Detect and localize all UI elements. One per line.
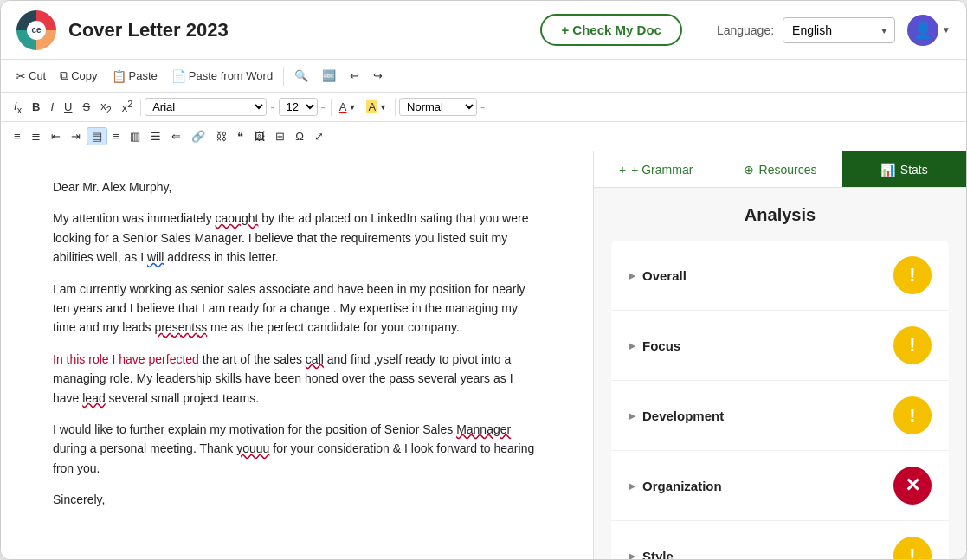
redo-icon: ↪ [373,69,383,82]
paste-label: Paste [129,69,158,82]
font-size-dash2: - [321,100,326,115]
redo-button[interactable]: ↪ [367,67,389,85]
paragraph1: My attention was immediately caought by … [53,209,541,267]
table-icon: ⊞ [275,130,285,143]
organization-status: ✕ [893,467,932,505]
focus-label[interactable]: Focus [629,338,680,353]
fullscreen-icon: ⤢ [314,130,324,143]
quote-button[interactable]: ❝ [233,128,248,145]
unlink-button[interactable]: ⛓ [211,128,231,145]
align-left-icon: ▤ [92,130,102,143]
indent-less-button[interactable]: ⇤ [47,128,65,145]
ordered-list-button[interactable]: ≡ [10,128,25,145]
overall-label[interactable]: Overall [629,268,687,283]
align-justify-icon: ☰ [151,130,161,143]
font-size-select[interactable]: 10 11 12 14 16 [279,98,318,116]
cut-button[interactable]: ✂ Cut [10,67,52,86]
user-menu-button[interactable]: 👤 [907,15,938,46]
align-right-icon: ▥ [130,130,140,143]
paste-button[interactable]: 📋 Paste [106,67,164,86]
error-call: call [306,352,324,366]
image-button[interactable]: 🖼 [249,128,269,145]
align-justify-button[interactable]: ☰ [146,128,165,145]
font-color-button[interactable]: A ▼ [335,99,361,115]
editor-area[interactable]: Dear Mr. Alex Murphy, My attention was i… [1,151,594,559]
link-button[interactable]: 🔗 [187,128,210,145]
highlight-button[interactable]: A ▼ [362,99,391,115]
highlight-chevron: ▼ [379,103,387,112]
sentence-highlight: In this role I have perfected [53,352,199,366]
ordered-list-icon: ≡ [14,130,21,143]
analysis-card: Overall ! Focus ! Development ! Organiza… [611,241,949,559]
special-char-icon: Ω [295,130,304,143]
style-label[interactable]: Style [629,549,674,560]
development-status: ! [893,396,932,434]
paste-word-button[interactable]: 📄 Paste from Word [165,67,279,86]
panel-content: Analysis Overall ! Focus ! Development ! [594,188,966,559]
search-icon: 🔍 [294,69,308,82]
clear-format-button[interactable]: Ix [10,98,26,117]
tab-grammar[interactable]: + + Grammar [594,151,718,187]
copy-icon: ⧉ [60,68,68,83]
format-separator-2 [331,99,332,116]
align-center-icon: ≡ [113,130,120,143]
undo-button[interactable]: ↩ [344,67,365,85]
clear-format-icon: Ix [14,100,22,115]
italic-button[interactable]: I [46,99,58,115]
analysis-row-overall: Overall ! [611,241,949,311]
format-bar: Ix B I U S x2 x2 Arial Times New Roman H… [1,93,966,122]
text-direction-button[interactable]: ⇐ [167,128,185,145]
focus-status: ! [893,326,932,364]
development-label[interactable]: Development [629,409,724,423]
paragraph-style-select[interactable]: Normal Heading 1 Heading 2 [399,98,477,116]
subscript-button[interactable]: x2 [96,98,116,117]
special-char-button[interactable]: Ω [291,128,308,145]
error-caought: caought [216,211,259,225]
format-separator-1 [140,99,141,116]
check-doc-button[interactable]: + Check My Doc [540,14,681,46]
strikethrough-icon: S [82,100,90,113]
unordered-list-button[interactable]: ≣ [27,128,45,145]
resources-icon: ⊕ [744,163,754,177]
font-size-dash: - [270,100,274,115]
underline-button[interactable]: U [60,99,76,115]
align-center-button[interactable]: ≡ [109,128,125,145]
list-align-bar: ≡ ≣ ⇤ ⇥ ▤ ≡ ▥ ☰ ⇐ 🔗 ⛓ ❝ 🖼 ⊞ Ω ⤢ [1,122,966,151]
organization-label[interactable]: Organization [629,479,722,493]
italic-icon: I [50,100,54,113]
paragraph2: I am currently working as senior sales a… [53,280,541,338]
fullscreen-button[interactable]: ⤢ [310,128,328,145]
analysis-row-development: Development ! [611,381,949,451]
highlight-icon: A [366,100,377,113]
align-left-button[interactable]: ▤ [87,127,107,145]
tab-resources[interactable]: ⊕ Resources [718,151,841,187]
find-replace-button[interactable]: 🔤 [316,67,342,85]
error-lead: lead [82,391,105,405]
tab-stats[interactable]: 📊 Stats [842,151,966,187]
toolbar-separator-1 [283,67,284,86]
overall-status: ! [893,256,932,294]
align-right-button[interactable]: ▥ [126,128,145,145]
lang-label: Language: [717,23,774,37]
lang-select[interactable]: English French Spanish German Italian [783,17,895,43]
indent-more-button[interactable]: ⇥ [67,128,85,145]
font-family-select[interactable]: Arial Times New Roman Helvetica [145,98,267,116]
font-color-icon: A [339,100,347,113]
copy-button[interactable]: ⧉ Copy [54,66,103,86]
language-section: Language: English French Spanish German … [717,17,895,43]
superscript-icon: x2 [122,99,133,114]
bold-button[interactable]: B [28,99,44,115]
strikethrough-button[interactable]: S [78,99,94,115]
font-color-chevron: ▼ [349,103,357,112]
superscript-button[interactable]: x2 [118,97,138,116]
format-separator-3 [395,99,396,116]
search-button[interactable]: 🔍 [288,67,314,85]
right-panel: + + Grammar ⊕ Resources 📊 Stats Analysis… [594,151,966,559]
link-icon: 🔗 [191,130,205,143]
style-status: ! [893,537,932,559]
quote-icon: ❝ [237,130,243,143]
indent-less-icon: ⇤ [51,130,61,143]
chevron-down-icon[interactable]: ▼ [942,25,951,35]
analysis-row-focus: Focus ! [611,311,949,381]
table-button[interactable]: ⊞ [271,128,289,145]
